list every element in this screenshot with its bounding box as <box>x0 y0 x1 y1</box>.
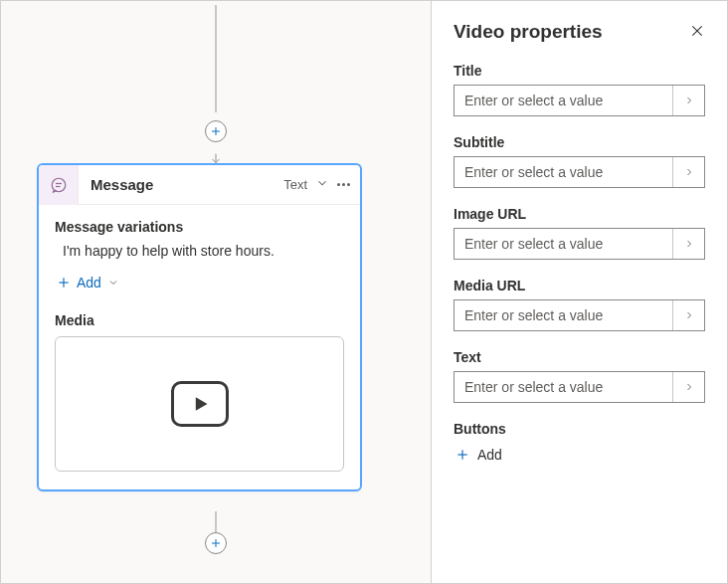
text-combo[interactable] <box>454 371 705 403</box>
add-button-label: Add <box>477 447 502 463</box>
authoring-canvas[interactable]: Message Text Message variations I'm happ… <box>1 1 431 583</box>
svg-marker-8 <box>195 397 207 410</box>
title-picker-button[interactable] <box>672 86 704 115</box>
properties-panel: Video properties Title Subtitle Image UR… <box>431 1 727 583</box>
close-icon <box>689 23 705 39</box>
title-label: Title <box>454 63 705 79</box>
more-options-button[interactable] <box>337 183 350 186</box>
media-url-picker-button[interactable] <box>672 300 704 330</box>
subtitle-label: Subtitle <box>454 134 705 150</box>
message-node[interactable]: Message Text Message variations I'm happ… <box>37 163 362 491</box>
add-variation-label: Add <box>77 275 101 291</box>
media-label: Media <box>55 312 344 328</box>
add-node-button[interactable] <box>205 532 227 554</box>
image-url-input[interactable] <box>455 229 672 259</box>
chevron-right-icon <box>683 309 695 321</box>
chevron-right-icon <box>683 381 695 393</box>
variation-text[interactable]: I'm happy to help with store hours. <box>63 243 344 259</box>
node-header: Message Text <box>39 165 360 205</box>
text-label: Text <box>454 349 705 365</box>
media-url-combo[interactable] <box>454 299 705 331</box>
title-input[interactable] <box>455 86 672 115</box>
subtitle-input[interactable] <box>455 157 672 187</box>
plus-icon <box>210 125 222 137</box>
buttons-label: Buttons <box>454 421 705 437</box>
add-variation-button[interactable]: Add <box>55 271 121 294</box>
plus-icon <box>57 276 71 290</box>
plus-icon <box>210 537 222 549</box>
subtitle-picker-button[interactable] <box>672 157 704 187</box>
media-url-label: Media URL <box>454 278 705 293</box>
edge-line <box>215 5 217 112</box>
close-button[interactable] <box>689 23 705 42</box>
node-title: Message <box>79 176 283 193</box>
image-url-combo[interactable] <box>454 228 705 260</box>
media-thumbnail[interactable] <box>55 336 344 472</box>
variations-label: Message variations <box>55 219 344 235</box>
add-node-button[interactable] <box>205 120 227 142</box>
message-icon <box>39 165 79 205</box>
panel-title: Video properties <box>454 21 603 43</box>
image-url-picker-button[interactable] <box>672 229 704 259</box>
chevron-down-icon <box>107 277 119 289</box>
plus-icon <box>455 448 469 462</box>
image-url-label: Image URL <box>454 206 705 222</box>
add-button-action[interactable]: Add <box>454 443 705 467</box>
text-input[interactable] <box>455 372 672 402</box>
chevron-right-icon <box>683 166 695 178</box>
play-icon <box>171 381 229 427</box>
node-type-label[interactable]: Text <box>283 177 307 192</box>
chevron-right-icon <box>683 95 695 106</box>
subtitle-combo[interactable] <box>454 156 705 188</box>
svg-point-3 <box>52 178 66 192</box>
text-picker-button[interactable] <box>672 372 704 402</box>
media-url-input[interactable] <box>455 300 672 330</box>
title-combo[interactable] <box>454 85 705 116</box>
chevron-right-icon <box>683 238 695 250</box>
chevron-down-icon[interactable] <box>315 176 329 193</box>
